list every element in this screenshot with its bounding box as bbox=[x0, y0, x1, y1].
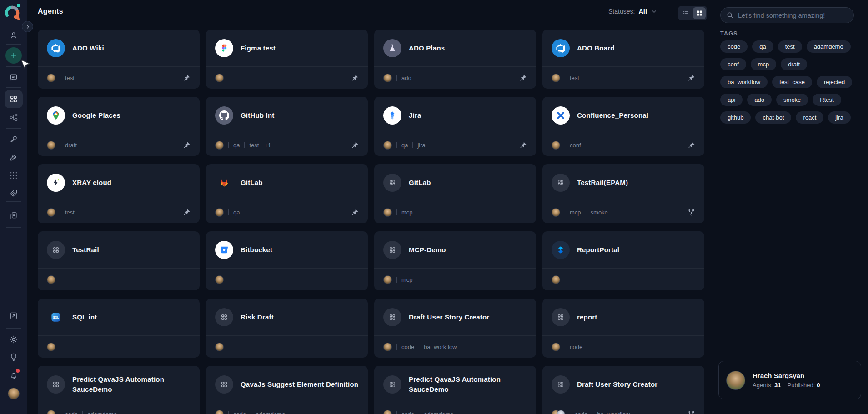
sidebar-item-chat[interactable] bbox=[5, 68, 23, 86]
agent-card[interactable]: GitHub Intqatest+1 bbox=[206, 97, 368, 156]
tag-chip[interactable]: ba_workflow bbox=[720, 76, 768, 88]
agent-card[interactable]: Jiraqajira bbox=[374, 97, 536, 156]
tag-chip[interactable]: smoke bbox=[776, 94, 808, 106]
agent-card[interactable]: ReportPortal bbox=[542, 231, 704, 290]
agent-card[interactable]: Predict QavaJS Automation SauceDemocodea… bbox=[374, 366, 536, 414]
agent-tag: test bbox=[65, 75, 75, 81]
fork-icon[interactable] bbox=[687, 410, 695, 414]
agent-card[interactable]: Bitbucket bbox=[206, 231, 368, 290]
agent-card[interactable]: Draft User Story Creatorcodeba_workflow bbox=[374, 299, 536, 358]
sidebar-item-keys[interactable] bbox=[5, 130, 23, 148]
pin-icon[interactable] bbox=[687, 74, 695, 82]
agent-card[interactable]: Google Placesdraft bbox=[38, 97, 200, 156]
sidebar-item-ideas[interactable] bbox=[5, 348, 23, 366]
owner-avatar bbox=[557, 410, 565, 414]
grid-view-button[interactable] bbox=[693, 7, 706, 19]
pin-icon[interactable] bbox=[183, 209, 191, 216]
agent-card-title: Jira bbox=[409, 110, 421, 120]
sidebar-divider bbox=[6, 128, 21, 129]
agent-card[interactable]: XRAY cloudtest bbox=[38, 164, 200, 223]
agent-card-title: TestRail bbox=[72, 245, 99, 255]
sidebar bbox=[0, 0, 27, 414]
tag-chip[interactable]: react bbox=[796, 111, 823, 124]
agent-card[interactable]: Predict QavaJS Automation SauceDemocodea… bbox=[38, 366, 200, 414]
statuses-dropdown[interactable]: Statuses: All bbox=[608, 8, 657, 15]
agent-card[interactable]: GitLabqa bbox=[206, 164, 368, 223]
sidebar-item-workflows[interactable] bbox=[5, 108, 23, 126]
sidebar-expand-button[interactable] bbox=[22, 21, 33, 32]
agent-card[interactable]: ADO Boardtest bbox=[542, 30, 704, 89]
agent-card[interactable]: GitLabmcp bbox=[374, 164, 536, 223]
sidebar-item-add-agent[interactable] bbox=[5, 47, 22, 64]
placeholder-grid-icon bbox=[47, 375, 65, 394]
agent-card[interactable]: Risk Draft bbox=[206, 299, 368, 358]
tag-chip[interactable]: conf bbox=[720, 58, 746, 70]
agent-card[interactable]: TestRail(EPAM)mcpsmoke bbox=[542, 164, 704, 223]
placeholder-grid-icon bbox=[552, 308, 570, 326]
tag-chip[interactable]: jira bbox=[828, 111, 850, 124]
owner-avatar bbox=[383, 208, 392, 217]
svg-text:SQL: SQL bbox=[53, 315, 59, 319]
agent-tag: conf bbox=[570, 142, 581, 149]
sidebar-item-documents[interactable] bbox=[5, 207, 23, 225]
app-logo-icon[interactable] bbox=[5, 5, 20, 20]
tag-chip[interactable]: adamdemo bbox=[807, 40, 851, 53]
sidebar-item-agents[interactable] bbox=[5, 90, 23, 108]
more-tags-count: +1 bbox=[264, 142, 271, 149]
pin-icon[interactable] bbox=[183, 74, 191, 82]
agent-tag: code bbox=[401, 344, 414, 350]
sidebar-item-notifications[interactable] bbox=[5, 366, 23, 384]
reportportal-icon bbox=[552, 241, 570, 259]
sidebar-divider bbox=[6, 44, 21, 45]
agent-card[interactable]: Draft User Story Creatorcodeba_workflow bbox=[542, 366, 704, 414]
sidebar-item-tags[interactable] bbox=[5, 184, 23, 202]
chevron-down-icon bbox=[651, 8, 657, 15]
agent-card[interactable]: Confluence_Personalconf bbox=[542, 97, 704, 156]
pin-icon[interactable] bbox=[351, 74, 359, 82]
grid-3x3-icon bbox=[9, 171, 18, 180]
sidebar-item-profile[interactable] bbox=[5, 26, 23, 45]
agent-card[interactable]: Figma test bbox=[206, 30, 368, 89]
tag-chip[interactable]: chat-bot bbox=[755, 111, 791, 124]
pin-icon[interactable] bbox=[351, 141, 359, 149]
fork-icon[interactable] bbox=[687, 209, 695, 216]
sidebar-item-export-doc[interactable] bbox=[5, 307, 23, 325]
sidebar-item-settings[interactable] bbox=[5, 330, 23, 349]
agent-card-title: Risk Draft bbox=[241, 312, 274, 322]
agent-tag: smoke bbox=[591, 209, 608, 216]
tag-chip[interactable]: code bbox=[720, 40, 748, 53]
pin-icon[interactable] bbox=[519, 141, 527, 149]
placeholder-grid-icon bbox=[383, 241, 401, 259]
pin-icon[interactable] bbox=[351, 209, 359, 216]
agent-card[interactable]: QavaJs Suggest Element Definitioncodeada… bbox=[206, 366, 368, 414]
tag-chip[interactable]: draft bbox=[781, 58, 807, 70]
pin-icon[interactable] bbox=[519, 74, 527, 82]
sidebar-item-tools[interactable] bbox=[5, 148, 23, 166]
tag-chip[interactable]: ado bbox=[747, 94, 772, 106]
agent-card[interactable]: ADO Plansado bbox=[374, 30, 536, 89]
user-profile-card[interactable]: Hrach Sargsyan Agents: 31 Published: 0 bbox=[718, 361, 861, 399]
sidebar-item-account[interactable] bbox=[5, 384, 23, 403]
agent-card[interactable]: MCP-Demomcp bbox=[374, 231, 536, 290]
tag-chip[interactable]: mcp bbox=[751, 58, 777, 70]
tag-chip[interactable]: rejected bbox=[817, 76, 852, 88]
agent-card[interactable]: ADO Wikitest bbox=[38, 30, 200, 89]
statuses-label: Statuses: bbox=[608, 8, 635, 15]
tag-chip[interactable]: test bbox=[778, 40, 802, 53]
tag-chip[interactable]: github bbox=[720, 111, 751, 124]
owner-avatar bbox=[383, 343, 392, 351]
tag-chip[interactable]: Rtest bbox=[813, 94, 841, 106]
agent-card[interactable]: reportcode bbox=[542, 299, 704, 358]
tag-chip[interactable]: test_case bbox=[772, 76, 812, 88]
tag-chip[interactable]: api bbox=[720, 94, 743, 106]
search-input[interactable] bbox=[738, 12, 848, 19]
documents-icon bbox=[9, 211, 18, 220]
agent-card[interactable]: TestRail bbox=[38, 231, 200, 290]
pin-icon[interactable] bbox=[687, 141, 695, 149]
sidebar-item-apps[interactable] bbox=[5, 166, 23, 185]
pin-icon[interactable] bbox=[183, 141, 191, 149]
agent-card[interactable]: SQLSQL int bbox=[38, 299, 200, 358]
tag-separator bbox=[396, 411, 397, 414]
list-view-button[interactable] bbox=[679, 7, 692, 19]
tag-chip[interactable]: qa bbox=[752, 40, 773, 53]
